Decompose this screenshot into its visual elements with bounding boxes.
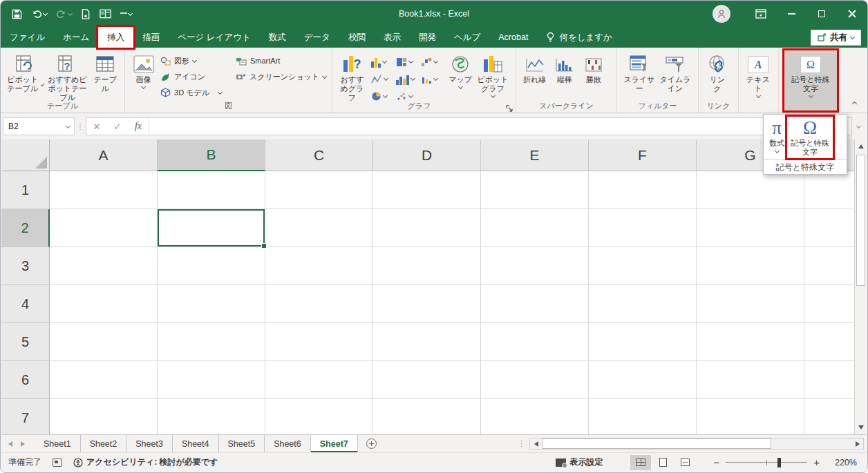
document-icon[interactable]: [81, 9, 91, 19]
previous-sheet-button[interactable]: [8, 441, 12, 447]
cell-F7[interactable]: [589, 399, 697, 434]
scatter-chart-button[interactable]: [396, 92, 421, 102]
cell-A5[interactable]: [50, 323, 158, 361]
row-header-3[interactable]: 3: [1, 247, 50, 285]
row-header-5[interactable]: 5: [1, 323, 50, 361]
recommended-pivottables-button[interactable]: ? おすすめピボットテーブル: [46, 50, 90, 105]
menu-tab[interactable]: ホーム: [54, 27, 98, 48]
cell-F3[interactable]: [589, 247, 697, 285]
column-header-E[interactable]: E: [481, 139, 589, 171]
cell-A3[interactable]: [50, 247, 158, 285]
expand-formula-bar-button[interactable]: [852, 126, 865, 128]
menu-tab[interactable]: ヘルプ: [445, 27, 489, 48]
line-sparkline-button[interactable]: 折れ線: [520, 50, 550, 86]
text-button[interactable]: A テキスト: [742, 50, 774, 99]
cell-B1[interactable]: [158, 171, 265, 209]
scroll-up-button[interactable]: [855, 139, 867, 153]
cell-C4[interactable]: [265, 285, 373, 323]
row-header-6[interactable]: 6: [1, 361, 50, 399]
display-settings-button[interactable]: 表示設定: [556, 456, 603, 468]
menu-tab[interactable]: 開発: [410, 27, 445, 48]
cell-A1[interactable]: [50, 171, 158, 209]
recommended-charts-button[interactable]: ? おすすめグラフ: [336, 50, 368, 105]
new-sheet-button[interactable]: [358, 435, 385, 452]
combo-chart-button[interactable]: [421, 75, 446, 84]
undo-button[interactable]: [31, 9, 47, 19]
confirm-entry-icon[interactable]: ✓: [107, 122, 128, 132]
cell-F5[interactable]: [589, 323, 697, 361]
waterfall-chart-button[interactable]: [421, 57, 446, 67]
save-icon[interactable]: [12, 9, 22, 19]
timeline-button[interactable]: タイムライン: [658, 50, 692, 95]
column-header-A[interactable]: A: [50, 139, 158, 171]
chevron-down-icon[interactable]: [62, 126, 74, 128]
winloss-sparkline-button[interactable]: 勝敗: [579, 50, 608, 86]
cell-A4[interactable]: [50, 285, 158, 323]
accessibility-status[interactable]: アクセシビリティ: 検討が必要です: [73, 456, 218, 468]
minimize-button[interactable]: [776, 1, 806, 27]
cell-F4[interactable]: [589, 285, 697, 323]
pictures-button[interactable]: 画像: [129, 50, 158, 90]
cell-A7[interactable]: [50, 399, 158, 434]
page-break-preview-button[interactable]: [674, 455, 695, 470]
sheet-tab[interactable]: Sheet1: [35, 435, 81, 452]
3d-models-button[interactable]: 3D モデル: [158, 86, 224, 99]
column-sparkline-button[interactable]: 縦棒: [550, 50, 579, 86]
pie-chart-button[interactable]: [371, 91, 396, 102]
scroll-right-button[interactable]: [851, 438, 863, 449]
menu-tab[interactable]: ページ レイアウト: [169, 27, 260, 48]
cell-D1[interactable]: [373, 171, 481, 209]
cell-E7[interactable]: [481, 399, 589, 434]
cell-D5[interactable]: [373, 323, 481, 361]
menu-tab[interactable]: 校閲: [339, 27, 375, 48]
symbols-button[interactable]: Ω 記号と特殊文字: [784, 50, 837, 110]
pivottable-button[interactable]: ピボットテーブル: [4, 50, 46, 95]
cell-D2[interactable]: [373, 209, 481, 247]
ribbon-display-options-button[interactable]: [746, 1, 776, 27]
screenshot-button[interactable]: スクリーンショット: [234, 70, 328, 84]
zoom-out-button[interactable]: −: [713, 457, 719, 467]
sheet-tab[interactable]: Sheet5: [219, 435, 265, 452]
cell-G6[interactable]: [697, 361, 804, 399]
maximize-button[interactable]: [806, 1, 837, 27]
maps-button[interactable]: マップ: [447, 50, 473, 90]
cell-C6[interactable]: [265, 361, 373, 399]
table-button[interactable]: テーブル: [89, 50, 121, 95]
shapes-button[interactable]: 図形: [158, 54, 224, 68]
redo-button[interactable]: [56, 9, 72, 19]
vertical-scroll-thumb[interactable]: [856, 155, 865, 286]
slicer-button[interactable]: スライサー: [621, 50, 658, 95]
pivotchart-button[interactable]: ピボットグラフ: [473, 50, 512, 99]
next-sheet-button[interactable]: [21, 441, 25, 447]
menu-tab[interactable]: 描画: [133, 27, 169, 48]
menu-tab[interactable]: 挿入: [98, 27, 133, 48]
line-chart-button[interactable]: [371, 75, 396, 84]
horizontal-scrollbar[interactable]: [529, 438, 864, 450]
scroll-down-button[interactable]: [855, 421, 867, 434]
customize-qat-button[interactable]: [120, 12, 132, 15]
zoom-slider-handle[interactable]: [777, 458, 781, 467]
row-header-4[interactable]: 4: [1, 285, 50, 323]
sheet-tab[interactable]: Sheet4: [173, 435, 219, 452]
cell-C7[interactable]: [265, 399, 373, 434]
cell-E1[interactable]: [481, 171, 589, 209]
select-all-corner[interactable]: [1, 139, 50, 171]
equation-menu-item[interactable]: π 数式: [766, 117, 787, 158]
close-button[interactable]: [837, 1, 867, 27]
cancel-entry-icon[interactable]: ✕: [86, 122, 107, 132]
cell-C5[interactable]: [265, 323, 373, 361]
icons-button[interactable]: アイコン: [158, 70, 224, 84]
cell-F6[interactable]: [589, 361, 697, 399]
column-chart-button[interactable]: [371, 57, 396, 68]
normal-view-button[interactable]: [630, 455, 651, 470]
cell-G1[interactable]: [697, 171, 804, 209]
scroll-left-button[interactable]: [530, 438, 542, 449]
horizontal-scroll-thumb[interactable]: [542, 438, 771, 449]
cell-G3[interactable]: [697, 247, 804, 285]
cell-D6[interactable]: [373, 361, 481, 399]
tab-bar-resize-handle[interactable]: ⋮: [518, 439, 525, 448]
zoom-in-button[interactable]: +: [813, 457, 820, 467]
cell-E3[interactable]: [481, 247, 589, 285]
share-button[interactable]: 共有: [811, 30, 861, 46]
row-header-1[interactable]: 1: [1, 171, 50, 209]
